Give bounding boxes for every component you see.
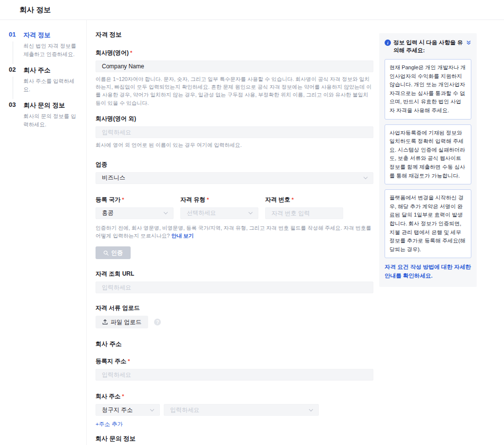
sidebar-step-qualification[interactable]: 01 자격 정보 최신 법인 자격 정보를 제출하고 인증하세요.	[9, 31, 79, 58]
notice-box: 플랫폼에서 변경을 시작하신 경우, 해당 추가 계약은 서명이 완료된 달의 …	[385, 189, 471, 258]
reg-country-label: 등록 국가*	[96, 196, 174, 204]
required-marker: *	[130, 50, 132, 56]
company-name-other-input[interactable]	[96, 126, 373, 138]
chevron-down-icon	[309, 407, 313, 411]
reg-address-label: 등록지 주소*	[96, 357, 373, 365]
step-description: 회사의 문의 정보를 입력하세요.	[23, 112, 79, 128]
step-number: 01	[9, 31, 16, 38]
cred-upload-label: 자격 서류 업로드	[96, 304, 373, 312]
company-info-form: 자격 정보 회사명(영어)* 이름은 1~120자여야 합니다. 문자, 숫자,…	[96, 20, 373, 445]
section-title-qualification: 자격 정보	[96, 31, 373, 39]
address-placeholder: 입력하세요	[170, 406, 310, 414]
chevron-down-icon	[150, 407, 154, 411]
address-type-select[interactable]: 청구지 주소	[96, 404, 160, 416]
industry-label: 업종	[96, 161, 373, 169]
info-circle-icon: i	[385, 40, 391, 46]
reg-country-select[interactable]: 홍콩	[96, 207, 174, 219]
sidebar-step-contact[interactable]: 03 회사 문의 정보 회사의 문의 정보를 입력하세요.	[9, 101, 79, 128]
step-connector-line	[13, 41, 13, 64]
industry-select[interactable]: 비즈니스	[96, 172, 373, 184]
page-title: 회사 정보	[19, 5, 51, 15]
company-name-en-input[interactable]	[96, 61, 373, 72]
notice-box: 사업자등록증에 기재된 정보와 일치하도록 정확히 입력해 주세요. 시스템상 …	[385, 124, 471, 185]
step-number: 02	[9, 66, 16, 73]
step-number: 03	[9, 101, 16, 108]
required-marker: *	[291, 197, 293, 202]
cred-type-placeholder: 선택하세요	[187, 209, 249, 217]
company-name-other-help: 회사에 영어 외 언어로 된 이름이 있는 경우 여기에 입력하세요.	[96, 141, 373, 149]
notice-title: 정보 입력 시 다음 사항을 유의해 주세요:	[393, 39, 464, 54]
section-title-contact: 회사 문의 정보	[96, 435, 373, 443]
company-address-label: 회사 주소*	[96, 392, 373, 401]
guide-link[interactable]: 안내 보기	[171, 233, 194, 239]
cred-type-label: 자격 유형*	[180, 196, 258, 204]
cred-type-select[interactable]: 선택하세요	[180, 207, 258, 219]
notice-box: 현재 Pangle은 개인 개발자나 개인사업자의 수익화를 지원하지 않습니다…	[385, 59, 471, 120]
qualification-guide-link[interactable]: 자격 요건 작성 방법에 대한 자세한 안내를 확인하세요.	[385, 263, 471, 280]
chevron-down-icon	[249, 210, 252, 214]
required-marker: *	[128, 358, 130, 364]
chevron-down-icon	[164, 210, 168, 214]
file-upload-label: 파일 업로드	[111, 318, 141, 326]
upload-icon	[102, 319, 108, 325]
step-title: 회사 문의 정보	[23, 101, 79, 110]
address-type-value: 청구지 주소	[102, 406, 151, 414]
reg-country-selected-value: 홍콩	[102, 209, 164, 217]
step-title: 자격 정보	[23, 31, 79, 40]
verify-button-label: 인증	[111, 249, 123, 257]
required-marker: *	[207, 197, 209, 202]
section-title-address: 회사 주소	[96, 340, 373, 348]
verify-help: 인증하기 전에, 회사 영문명, 비영문명, 등록 국가/지역, 자격 유형, …	[96, 224, 373, 240]
address-value-select[interactable]: 입력하세요	[164, 404, 319, 416]
company-name-en-help: 이름은 1~120자여야 합니다. 문자, 숫자, 그리고 일부 특수문자를 사…	[96, 75, 373, 107]
cred-url-input[interactable]	[96, 282, 373, 293]
file-upload-button[interactable]: 파일 업로드	[96, 316, 148, 328]
step-connector-line	[13, 77, 13, 99]
verify-button[interactable]: 인증	[96, 246, 131, 259]
company-name-other-label: 회사명(영어 외)	[96, 115, 373, 123]
sidebar-step-address[interactable]: 02 회사 주소 회사 주소를 입력하세요.	[9, 66, 79, 93]
industry-selected-value: 비즈니스	[102, 174, 364, 182]
step-title: 회사 주소	[23, 66, 79, 75]
search-icon	[103, 250, 109, 256]
steps-sidebar: 01 자격 정보 최신 법인 자격 정보를 제출하고 인증하세요. 02 회사 …	[0, 20, 87, 445]
step-description: 최신 법인 자격 정보를 제출하고 인증하세요.	[23, 42, 79, 58]
required-marker: *	[122, 197, 124, 202]
double-chevron-icon[interactable]	[466, 40, 471, 45]
cred-url-label: 자격 조회 URL	[96, 270, 373, 278]
cred-number-input[interactable]	[265, 207, 343, 219]
page-header: 회사 정보	[0, 0, 504, 20]
chevron-down-icon	[364, 175, 368, 179]
question-circle-icon[interactable]: ?	[154, 319, 161, 325]
notice-panel: i 정보 입력 시 다음 사항을 유의해 주세요: 현재 Pangle은 개인 …	[379, 33, 477, 287]
cred-number-label: 자격 번호*	[265, 196, 343, 204]
reg-address-input[interactable]	[96, 369, 373, 381]
step-description: 회사 주소를 입력하세요.	[23, 77, 79, 93]
company-name-en-label: 회사명(영어)*	[96, 49, 373, 57]
add-address-link[interactable]: +주소 추가	[96, 421, 123, 428]
required-marker: *	[122, 393, 124, 399]
